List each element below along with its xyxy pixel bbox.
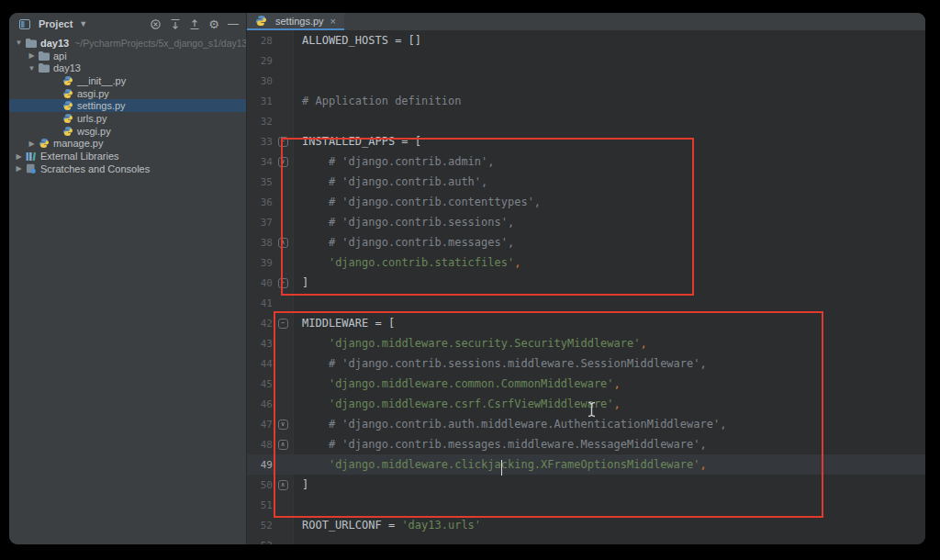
project-panel-header: Project ▼ ⚙ — [9, 13, 246, 35]
code-line-53[interactable]: 53 [247, 535, 925, 544]
code-text[interactable]: # 'django.contrib.admin', [293, 155, 925, 168]
project-panel-title[interactable]: Project [39, 18, 73, 29]
chevron-open-icon[interactable]: ▼ [26, 64, 38, 73]
fold-marker-icon[interactable]: − [278, 319, 288, 329]
tree-item-scratches-and-consoles[interactable]: ▶Scratches and Consoles [9, 162, 246, 175]
tree-item-label: asgi.py [77, 88, 109, 99]
chevron-closed-icon[interactable]: ▶ [13, 152, 25, 161]
tree-item-urls-py[interactable]: urls.py [9, 112, 246, 125]
code-viewport[interactable]: 28ALLOWED_HOSTS = []293031# Application … [247, 30, 925, 544]
code-line-48[interactable]: 48∧ # 'django.contrib.messages.middlewar… [247, 434, 925, 454]
code-text[interactable]: 'django.middleware.csrf.CsrfViewMiddlewa… [293, 398, 925, 410]
code-line-40[interactable]: 40−] [247, 273, 925, 293]
line-number: 35 [247, 176, 273, 188]
tree-item-api[interactable]: ▶api [9, 50, 246, 62]
code-token [302, 377, 329, 390]
code-text[interactable]: 'django.middleware.clickjacking.XFrameOp… [293, 458, 925, 471]
code-line-29[interactable]: 29 [247, 50, 925, 71]
code-text[interactable]: 'django.contrib.staticfiles', [293, 256, 925, 269]
chevron-closed-icon[interactable]: ▶ [26, 140, 38, 148]
tree-item-day13[interactable]: ▼day13 [9, 62, 246, 74]
code-line-28[interactable]: 28ALLOWED_HOSTS = [] [247, 30, 925, 50]
code-line-51[interactable]: 51 [247, 495, 925, 515]
code-line-50[interactable]: 50∧] [247, 475, 925, 495]
code-line-37[interactable]: 37 # 'django.contrib.sessions', [247, 212, 925, 232]
code-line-47[interactable]: 47∨ # 'django.contrib.auth.middleware.Au… [247, 414, 925, 434]
chevron-open-icon[interactable]: ▼ [13, 39, 25, 47]
tree-item-external-libraries[interactable]: ▶External Libraries [9, 150, 246, 162]
code-text[interactable]: 'django.middleware.security.SecurityMidd… [293, 337, 925, 350]
code-line-39[interactable]: 39 'django.contrib.staticfiles', [247, 252, 925, 273]
punctuation-token: , [514, 256, 520, 269]
code-text[interactable]: # 'django.contrib.auth', [293, 175, 925, 188]
code-line-35[interactable]: 35 # 'django.contrib.auth', [247, 172, 925, 192]
fold-marker-icon[interactable]: ∧ [278, 480, 288, 490]
code-line-31[interactable]: 31# Application definition [247, 91, 925, 111]
fold-marker-icon[interactable]: ∨ [278, 420, 288, 430]
fold-marker-icon[interactable]: − [278, 278, 288, 288]
collapse-all-icon[interactable] [189, 18, 200, 30]
code-text[interactable]: # 'django.contrib.messages', [293, 236, 925, 249]
tree-item-asgi-py[interactable]: asgi.py [9, 87, 246, 100]
chevron-down-icon[interactable]: ▼ [79, 19, 87, 28]
code-line-36[interactable]: 36 # 'django.contrib.contenttypes', [247, 192, 925, 212]
code-line-45[interactable]: 45 'django.middleware.common.CommonMiddl… [247, 374, 925, 394]
fold-marker-icon[interactable]: ∨ [278, 157, 288, 167]
code-line-46[interactable]: 46 'django.middleware.csrf.CsrfViewMiddl… [247, 394, 925, 414]
code-line-42[interactable]: 42−MIDDLEWARE = [ [247, 313, 925, 333]
line-number: 44 [247, 358, 273, 370]
code-line-49[interactable]: 49 'django.middleware.clickjacking.XFram… [247, 454, 925, 475]
python-icon [62, 101, 73, 110]
code-lines: 28ALLOWED_HOSTS = []293031# Application … [247, 30, 925, 544]
code-text[interactable]: # 'django.contrib.contenttypes', [293, 196, 925, 208]
string-token: 'django.middleware.clickjacking.XFrameOp… [329, 458, 700, 471]
fold-marker-icon[interactable]: ∧ [278, 440, 288, 450]
code-text[interactable]: ] [293, 276, 925, 289]
code-text[interactable]: # 'django.contrib.messages.middleware.Me… [293, 438, 925, 451]
code-text[interactable]: 'django.middleware.common.CommonMiddlewa… [293, 377, 925, 390]
project-tool-icon [18, 19, 30, 29]
code-text[interactable]: # 'django.contrib.auth.middleware.Authen… [293, 418, 925, 431]
code-text[interactable]: ALLOWED_HOSTS = [] [293, 34, 925, 47]
expand-all-icon[interactable] [170, 18, 181, 30]
code-text[interactable]: ] [293, 478, 925, 491]
code-token [302, 337, 329, 350]
code-text[interactable]: ROOT_URLCONF = 'day13.urls' [293, 519, 925, 532]
tree-item-day13[interactable]: ▼day13~/PycharmProjects/5x_django_s1/day… [9, 37, 246, 50]
tree-item-label: manage.py [53, 138, 103, 149]
code-text[interactable]: INSTALLED_APPS = [ [293, 135, 925, 148]
code-token: ALLOWED_HOSTS = [] [302, 34, 421, 47]
chevron-closed-icon[interactable]: ▶ [26, 51, 38, 60]
folder-icon [38, 51, 50, 61]
tree-item-manage-py[interactable]: ▶manage.py [9, 138, 246, 151]
code-token [302, 458, 329, 471]
locate-icon[interactable] [150, 18, 162, 30]
fold-marker-icon[interactable]: ∧ [278, 238, 288, 248]
code-text[interactable]: # 'django.contrib.sessions', [293, 216, 925, 229]
tab-close-icon[interactable]: × [330, 16, 336, 27]
code-line-52[interactable]: 52ROOT_URLCONF = 'day13.urls' [247, 515, 925, 535]
code-line-34[interactable]: 34∨ # 'django.contrib.admin', [247, 151, 925, 172]
code-line-41[interactable]: 41 [247, 293, 925, 313]
fold-marker-icon[interactable]: − [278, 137, 288, 147]
code-line-38[interactable]: 38∧ # 'django.contrib.messages', [247, 232, 925, 252]
tree-item-label: wsgi.py [77, 126, 111, 137]
code-text[interactable]: # 'django.contrib.sessions.middleware.Se… [293, 357, 925, 370]
code-line-44[interactable]: 44 # 'django.contrib.sessions.middleware… [247, 353, 925, 374]
code-line-43[interactable]: 43 'django.middleware.security.SecurityM… [247, 333, 925, 353]
tree-item-settings-py[interactable]: settings.py [9, 99, 246, 112]
code-line-33[interactable]: 33−INSTALLED_APPS = [ [247, 131, 925, 151]
code-line-32[interactable]: 32 [247, 111, 925, 131]
punctuation-token: , [614, 398, 621, 410]
editor-area[interactable]: settings.py × 28ALLOWED_HOSTS = []293031… [247, 13, 925, 544]
code-text[interactable]: # Application definition [293, 95, 925, 107]
tree-item-wsgi-py[interactable]: wsgi.py [9, 125, 246, 138]
code-line-30[interactable]: 30 [247, 71, 925, 91]
tab-settings-py[interactable]: settings.py × [247, 13, 344, 30]
code-text[interactable]: MIDDLEWARE = [ [293, 317, 925, 330]
chevron-closed-icon[interactable]: ▶ [13, 164, 25, 173]
settings-gear-icon[interactable]: ⚙ [208, 18, 219, 30]
tree-item--init-py[interactable]: __init__.py [9, 74, 246, 87]
hide-panel-icon[interactable]: — [228, 18, 239, 29]
line-number: 49 [247, 459, 273, 471]
